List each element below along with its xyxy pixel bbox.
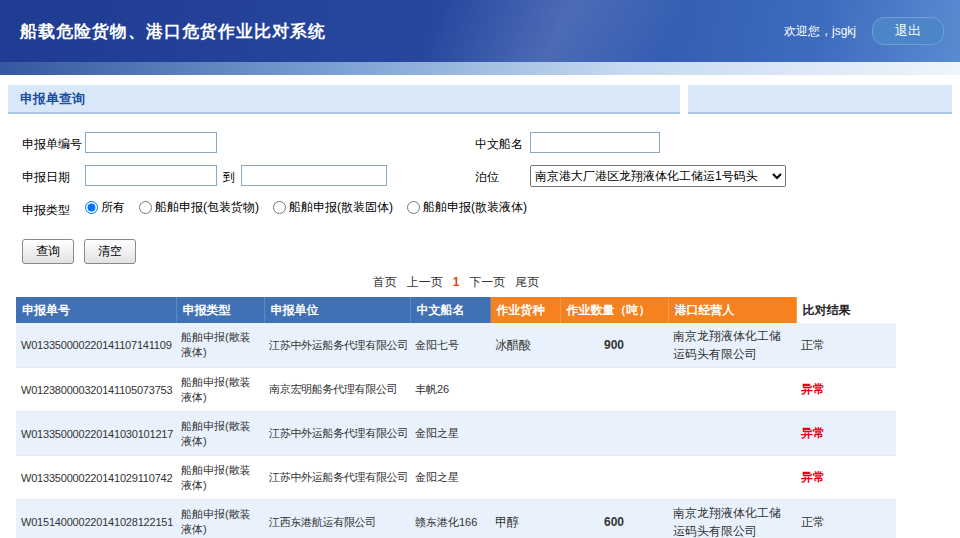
cell-declaration-unit: 南京宏明船务代理有限公司 xyxy=(264,368,410,412)
date-to-label: 到 xyxy=(223,169,235,186)
section-title-bar: 申报单查询 xyxy=(8,85,680,114)
form-row-2: 申报日期 到 泊位 南京港大厂港区龙翔液体化工储运1号码头 xyxy=(22,165,960,198)
section-row: 申报单查询 xyxy=(8,85,952,114)
result-text: 正常 xyxy=(801,515,825,529)
cell-cargo-type: 甲醇 xyxy=(490,500,560,538)
radio-packaged-input[interactable] xyxy=(139,201,152,214)
cell-cargo-qty: 900 xyxy=(560,323,668,368)
header-declaration-type: 申报类型 xyxy=(176,297,264,323)
cell-declaration-no: W013350000220141029110742 xyxy=(16,456,176,500)
table-row: W013350000220141030101217 船舶申报(散装液体) 江苏中… xyxy=(16,412,896,456)
radio-bulk-liquid-input[interactable] xyxy=(407,201,420,214)
section-title: 申报单查询 xyxy=(8,90,85,108)
cell-port-operator: 南京龙翔液体化工储运码头有限公司 xyxy=(668,323,796,368)
cell-declaration-type: 船舶申报(散装液体) xyxy=(176,323,264,368)
cell-declaration-unit: 江苏中外运船务代理有限公司 xyxy=(264,323,410,368)
cell-cargo-type: 冰醋酸 xyxy=(490,323,560,368)
header-port-operator: 港口经营人 xyxy=(668,297,796,323)
declaration-no-label: 申报单编号 xyxy=(22,136,82,153)
cell-ship-name: 丰帆26 xyxy=(410,368,490,412)
cell-port-operator: 南京龙翔液体化工储运码头有限公司 xyxy=(668,500,796,538)
cell-ship-name: 赣东港化166 xyxy=(410,500,490,538)
header-declaration-unit: 申报单位 xyxy=(264,297,410,323)
table-row: W012380000320141105073753 船舶申报(散装液体) 南京宏… xyxy=(16,368,896,412)
results-table: 申报单号 申报类型 申报单位 中文船名 作业货种 作业数量（吨） 港口经营人 比… xyxy=(16,297,896,538)
cell-declaration-no: W013350000220141107141109 xyxy=(16,323,176,368)
radio-all-input[interactable] xyxy=(85,201,98,214)
cell-cargo-type xyxy=(490,368,560,412)
cell-cargo-qty xyxy=(560,456,668,500)
declaration-type-radio-group: 所有 船舶申报(包装货物) 船舶申报(散装固体) 船舶申报(散装液体) xyxy=(85,199,527,216)
cell-compare-result: 正常 xyxy=(796,323,896,368)
cell-port-operator xyxy=(668,412,796,456)
clear-button[interactable]: 清空 xyxy=(84,239,136,264)
query-button[interactable]: 查询 xyxy=(22,239,74,264)
query-form: 申报单编号 中文船名 申报日期 到 泊位 南京港大厂港区龙翔液体化工储运1号码头… xyxy=(0,114,960,231)
header-cargo-type: 作业货种 xyxy=(490,297,560,323)
date-to-input[interactable] xyxy=(241,165,387,186)
cell-port-operator xyxy=(668,456,796,500)
cell-declaration-unit: 江西东港航运有限公司 xyxy=(264,500,410,538)
radio-packaged-label: 船舶申报(包装货物) xyxy=(155,199,259,216)
cell-compare-result: 正常 xyxy=(796,500,896,538)
berth-select[interactable]: 南京港大厂港区龙翔液体化工储运1号码头 xyxy=(530,165,786,187)
cell-declaration-no: W012380000320141105073753 xyxy=(16,368,176,412)
table-header: 申报单号 申报类型 申报单位 中文船名 作业货种 作业数量（吨） 港口经营人 比… xyxy=(16,297,896,323)
cell-declaration-no: W015140000220141028122151 xyxy=(16,500,176,538)
page-last-link[interactable]: 尾页 xyxy=(515,275,539,289)
radio-bulk-solid[interactable]: 船舶申报(散装固体) xyxy=(273,199,393,216)
cell-cargo-qty xyxy=(560,412,668,456)
result-text: 正常 xyxy=(801,338,825,352)
pagination-top: 首页上一页1下一页尾页 xyxy=(16,274,896,291)
header-cargo-qty: 作业数量（吨） xyxy=(560,297,668,323)
table-body: W013350000220141107141109 船舶申报(散装液体) 江苏中… xyxy=(16,323,896,538)
welcome-text: 欢迎您，jsgkj xyxy=(784,23,856,40)
radio-bulk-liquid-label: 船舶申报(散装液体) xyxy=(423,199,527,216)
header-right: 欢迎您，jsgkj 退出 xyxy=(784,17,944,45)
cell-declaration-no: W013350000220141030101217 xyxy=(16,412,176,456)
cell-declaration-type: 船舶申报(散装液体) xyxy=(176,412,264,456)
radio-bulk-solid-input[interactable] xyxy=(273,201,286,214)
date-label: 申报日期 xyxy=(22,169,70,186)
cell-ship-name: 金阳之星 xyxy=(410,456,490,500)
result-text: 异常 xyxy=(801,470,825,484)
cell-declaration-type: 船舶申报(散装液体) xyxy=(176,500,264,538)
form-row-1: 申报单编号 中文船名 xyxy=(22,132,960,165)
page-current: 1 xyxy=(453,275,460,289)
declaration-no-input[interactable] xyxy=(85,132,217,153)
cell-compare-result: 异常 xyxy=(796,412,896,456)
app-title: 船载危险货物、港口危货作业比对系统 xyxy=(20,20,326,43)
table-row: W013350000220141107141109 船舶申报(散装液体) 江苏中… xyxy=(16,323,896,368)
cell-port-operator xyxy=(668,368,796,412)
button-row: 查询 清空 xyxy=(22,239,960,264)
cell-ship-name: 金阳之星 xyxy=(410,412,490,456)
date-from-input[interactable] xyxy=(85,165,217,186)
cell-compare-result: 异常 xyxy=(796,456,896,500)
page-next-link[interactable]: 下一页 xyxy=(469,275,505,289)
declaration-type-label: 申报类型 xyxy=(22,202,70,219)
cell-cargo-type xyxy=(490,456,560,500)
radio-packaged[interactable]: 船舶申报(包装货物) xyxy=(139,199,259,216)
page-prev-link[interactable]: 上一页 xyxy=(407,275,443,289)
radio-all[interactable]: 所有 xyxy=(85,199,125,216)
cell-compare-result: 异常 xyxy=(796,368,896,412)
result-text: 异常 xyxy=(801,382,825,396)
table-row: W013350000220141029110742 船舶申报(散装液体) 江苏中… xyxy=(16,456,896,500)
table-row: W015140000220141028122151 船舶申报(散装液体) 江西东… xyxy=(16,500,896,538)
ship-name-label: 中文船名 xyxy=(475,136,523,153)
header-compare-result: 比对结果 xyxy=(796,297,896,323)
ship-name-input[interactable] xyxy=(530,132,660,153)
cell-cargo-qty: 600 xyxy=(560,500,668,538)
cell-declaration-type: 船舶申报(散装液体) xyxy=(176,456,264,500)
cell-declaration-unit: 江苏中外运船务代理有限公司 xyxy=(264,456,410,500)
subnav-bar xyxy=(0,62,960,75)
form-row-3: 申报类型 所有 船舶申报(包装货物) 船舶申报(散装固体) 船舶申报(散装液体) xyxy=(22,198,960,231)
result-text: 异常 xyxy=(801,426,825,440)
header-ship-name: 中文船名 xyxy=(410,297,490,323)
header-declaration-no: 申报单号 xyxy=(16,297,176,323)
cell-cargo-type xyxy=(490,412,560,456)
logout-button[interactable]: 退出 xyxy=(872,17,944,45)
radio-bulk-liquid[interactable]: 船舶申报(散装液体) xyxy=(407,199,527,216)
cell-cargo-qty xyxy=(560,368,668,412)
page-first-link[interactable]: 首页 xyxy=(373,275,397,289)
